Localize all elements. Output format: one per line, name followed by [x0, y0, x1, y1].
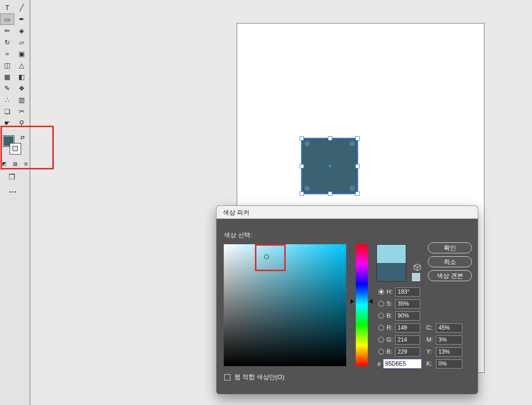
more-tools-icon[interactable]: ⋯ [9, 187, 16, 196]
row-hex: # [377, 359, 422, 369]
current-color-swatch[interactable] [377, 263, 406, 281]
corner-widget-bottom-right[interactable] [350, 186, 355, 191]
s-input[interactable] [395, 299, 420, 309]
hue-slider-arrow-left[interactable] [351, 299, 354, 304]
shape-builder-tool-icon[interactable]: ◫ [0, 60, 14, 71]
r-input[interactable] [395, 323, 420, 333]
color-swatches-button[interactable]: 색상 견본 [428, 270, 472, 281]
handle-bottom-middle[interactable] [328, 191, 332, 196]
select-color-label: 색상 선택: [224, 231, 252, 239]
c-input[interactable] [436, 323, 462, 333]
free-transform-tool-icon[interactable]: ▣ [14, 48, 29, 60]
row-k: K: [426, 359, 462, 369]
mesh-tool-icon[interactable]: ▦ [0, 71, 14, 83]
handle-top-right[interactable] [355, 136, 360, 141]
b2-label: B: [387, 348, 395, 355]
perspective-grid-tool-icon[interactable]: △ [14, 60, 29, 71]
row-c: C: [426, 323, 462, 333]
cancel-button[interactable]: 취소 [428, 256, 472, 267]
highlight-box-swatches [0, 126, 54, 169]
paintbrush-tool-icon[interactable]: ✒ [14, 13, 29, 25]
ok-button[interactable]: 확인 [428, 242, 472, 253]
eyedropper-tool-icon[interactable]: ✎ [0, 83, 14, 94]
r-radio[interactable] [378, 325, 384, 331]
screen-mode-icon[interactable]: ❐ [9, 173, 15, 181]
slice-tool-icon[interactable]: ✂ [14, 106, 29, 117]
hex-label: # [377, 360, 383, 368]
graph-tool-icon[interactable]: ▥ [14, 94, 29, 106]
hue-slider-arrow-right[interactable] [369, 299, 373, 304]
new-color-swatch [377, 245, 406, 263]
b2-input[interactable] [395, 347, 420, 357]
dialog-titlebar[interactable]: 색상 피커 [217, 206, 478, 219]
row-h: H: [378, 287, 420, 297]
pencil-tool-icon[interactable]: ✏ [0, 25, 14, 36]
handle-bottom-right[interactable] [355, 191, 360, 196]
h-input[interactable] [395, 287, 420, 297]
row-g: G: [378, 335, 420, 345]
rotate-tool-icon[interactable]: ↻ [0, 36, 14, 48]
y-input[interactable] [436, 347, 462, 357]
symbol-sprayer-tool-icon[interactable]: ∴ [0, 94, 14, 106]
row-b2: B: [378, 347, 420, 357]
hex-input[interactable] [383, 359, 422, 369]
s-radio[interactable] [378, 301, 384, 307]
g-input[interactable] [395, 335, 420, 345]
b-radio[interactable] [378, 313, 384, 319]
highlight-box-marker [255, 244, 286, 271]
k-input[interactable] [436, 359, 462, 369]
line-segment-tool-icon[interactable]: ╱ [14, 2, 29, 13]
blend-tool-icon[interactable]: ❖ [14, 83, 29, 94]
s-label: S: [387, 300, 395, 307]
row-s: S: [378, 299, 420, 309]
web-colors-row: 웹 적합 색상만(O) [224, 373, 284, 381]
web-colors-label: 웹 적합 색상만(O) [234, 373, 284, 381]
b-label: B: [387, 312, 395, 319]
h-label: H: [387, 288, 395, 295]
g-label: G: [387, 336, 395, 343]
h-radio[interactable] [378, 289, 384, 295]
b2-radio[interactable] [378, 349, 384, 355]
type-tool-icon[interactable]: T [0, 2, 14, 13]
handle-middle-left[interactable] [300, 164, 304, 168]
web-color-swatch[interactable] [412, 273, 420, 281]
color-picker-dialog: 색상 피커 색상 선택: 확인 취소 색상 견본 H: S: [216, 205, 478, 394]
tool-grid: T ╱ ▭ ✒ ✏ ◈ ↻ ▱ ≈ ▣ ◫ △ ▦ ◧ ✎ ❖ ∴ ▥ ❏ ✂ … [0, 0, 30, 129]
b-input[interactable] [395, 311, 420, 321]
center-point[interactable] [328, 165, 331, 167]
g-radio[interactable] [378, 337, 384, 343]
corner-widget-top-right[interactable] [350, 141, 355, 146]
handle-middle-right[interactable] [355, 164, 360, 168]
gradient-tool-icon[interactable]: ◧ [14, 71, 29, 83]
color-preview [376, 244, 406, 282]
row-r: R: [378, 323, 420, 333]
web-colors-checkbox[interactable] [224, 374, 230, 381]
row-y: Y: [426, 347, 462, 357]
m-label: M: [426, 336, 436, 343]
gamut-cube-icon[interactable] [413, 263, 421, 271]
handle-bottom-left[interactable] [300, 191, 304, 196]
handle-top-middle[interactable] [328, 136, 332, 141]
artboard-tool-icon[interactable]: ❏ [0, 106, 14, 117]
corner-widget-top-left[interactable] [304, 141, 310, 146]
eraser-tool-icon[interactable]: ◈ [14, 25, 29, 36]
c-label: C: [426, 324, 436, 331]
saturation-brightness-field[interactable] [224, 244, 346, 366]
rectangle-tool-icon[interactable]: ▭ [0, 13, 14, 25]
corner-widget-bottom-left[interactable] [304, 186, 310, 191]
selected-rectangle[interactable] [301, 138, 358, 194]
handle-top-left[interactable] [300, 136, 304, 141]
hue-slider[interactable] [356, 244, 368, 366]
width-tool-icon[interactable]: ≈ [0, 48, 14, 60]
row-b: B: [378, 311, 420, 321]
dialog-title: 색상 피커 [223, 209, 250, 216]
app-window: T ╱ ▭ ✒ ✏ ◈ ↻ ▱ ≈ ▣ ◫ △ ▦ ◧ ✎ ❖ ∴ ▥ ❏ ✂ … [0, 0, 532, 405]
row-m: M: [426, 335, 462, 345]
tool-panel: T ╱ ▭ ✒ ✏ ◈ ↻ ▱ ≈ ▣ ◫ △ ▦ ◧ ✎ ❖ ∴ ▥ ❏ ✂ … [0, 0, 30, 405]
k-label: K: [426, 360, 436, 367]
r-label: R: [387, 324, 395, 331]
m-input[interactable] [436, 335, 462, 345]
scale-tool-icon[interactable]: ▱ [14, 36, 29, 48]
y-label: Y: [426, 348, 436, 355]
